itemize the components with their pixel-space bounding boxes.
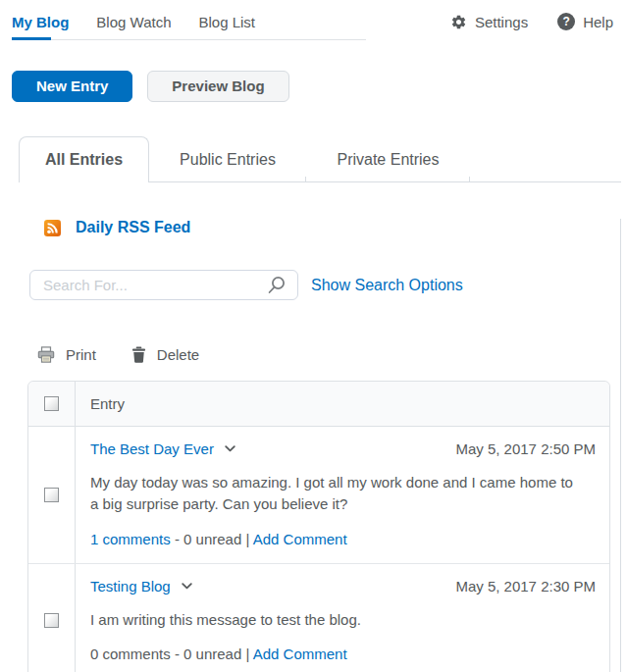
entry-checkbox[interactable]	[44, 488, 59, 502]
entry-cell: Testing Blog May 5, 2017 2:30 PM I am wr…	[76, 564, 609, 672]
entry-title-link[interactable]: Testing Blog	[90, 578, 171, 594]
chevron-down-icon[interactable]	[182, 583, 192, 590]
header-checkbox-cell	[28, 382, 76, 426]
new-entry-button[interactable]: New Entry	[12, 71, 132, 102]
unread-count: 0 unread	[183, 646, 241, 662]
nav-item-blog-watch[interactable]: Blog Watch	[96, 14, 171, 30]
rss-feed-row: Daily RSS Feed	[44, 219, 620, 236]
add-comment-link[interactable]: Add Comment	[253, 531, 347, 547]
trash-icon	[131, 346, 146, 363]
entry-header-label: Entry	[90, 395, 125, 412]
comments-count: 0 comments	[90, 646, 171, 662]
row-checkbox-cell	[28, 564, 76, 672]
search-input[interactable]	[29, 270, 298, 300]
magnifier-icon	[267, 276, 287, 295]
tab-private-entries[interactable]: Private Entries	[306, 136, 470, 182]
select-all-checkbox[interactable]	[44, 396, 59, 411]
entry-date: May 5, 2017 2:30 PM	[455, 578, 596, 594]
question-icon: ?	[557, 13, 575, 30]
meta-separator: -	[175, 646, 180, 662]
entry-cell: The Best Day Ever May 5, 2017 2:50 PM My…	[76, 427, 609, 563]
search-submit-button[interactable]	[265, 275, 288, 296]
row-checkbox-cell	[28, 427, 76, 563]
settings-label: Settings	[475, 14, 528, 30]
entry-body-text: My day today was so amazing. I got all m…	[90, 472, 583, 515]
gear-icon	[450, 14, 467, 30]
settings-button[interactable]: Settings	[450, 14, 528, 30]
nav-utilities: Settings ? Help	[450, 13, 613, 30]
top-navigation: My Blog Blog Watch Blog List Settings ? …	[0, 0, 627, 30]
meta-separator: |	[245, 646, 249, 662]
entries-table: Entry The Best Day Ever May 5, 2017 2:50…	[27, 381, 610, 672]
table-header-row: Entry	[28, 382, 609, 427]
rss-icon[interactable]	[44, 220, 61, 236]
entry-meta: 1 comments - 0 unread | Add Comment	[90, 531, 596, 547]
all-entries-panel: Daily RSS Feed Show Search Options	[0, 219, 621, 672]
entry-body-text: I am writing this message to test the bl…	[90, 609, 583, 631]
print-label: Print	[66, 346, 96, 363]
printer-icon	[37, 346, 55, 363]
entries-tabstrip: All Entries Public Entries Private Entri…	[0, 136, 621, 182]
search-box	[29, 270, 298, 300]
show-search-options-link[interactable]: Show Search Options	[311, 277, 463, 294]
help-label: Help	[583, 14, 613, 30]
entry-title-link[interactable]: The Best Day Ever	[90, 440, 214, 457]
action-buttons: New Entry Preview Blog	[12, 71, 627, 102]
entry-date: May 5, 2017 2:50 PM	[455, 440, 596, 457]
search-row: Show Search Options	[29, 270, 620, 300]
chevron-down-icon[interactable]	[225, 445, 235, 452]
entries-toolbar: Print Delete	[37, 346, 620, 363]
entry-column-header: Entry	[76, 382, 609, 426]
nav-divider	[12, 39, 366, 40]
nav-active-indicator	[12, 37, 51, 40]
daily-rss-feed-link[interactable]: Daily RSS Feed	[76, 219, 190, 236]
comments-count-link[interactable]: 1 comments	[90, 531, 171, 547]
entry-meta: 0 comments - 0 unread | Add Comment	[90, 646, 596, 662]
meta-separator: -	[175, 531, 180, 547]
nav-item-my-blog[interactable]: My Blog	[12, 14, 69, 30]
preview-blog-button[interactable]: Preview Blog	[147, 71, 288, 102]
delete-label: Delete	[157, 346, 199, 363]
nav-item-blog-list[interactable]: Blog List	[199, 14, 256, 30]
tab-all-entries[interactable]: All Entries	[19, 136, 149, 182]
add-comment-link[interactable]: Add Comment	[253, 646, 347, 662]
table-row: The Best Day Ever May 5, 2017 2:50 PM My…	[28, 427, 609, 564]
meta-separator: |	[245, 531, 249, 547]
unread-count: 0 unread	[183, 531, 241, 547]
tab-public-entries[interactable]: Public Entries	[149, 136, 306, 182]
delete-button[interactable]: Delete	[131, 346, 199, 363]
table-row: Testing Blog May 5, 2017 2:30 PM I am wr…	[28, 564, 609, 672]
print-button[interactable]: Print	[37, 346, 96, 363]
help-button[interactable]: ? Help	[557, 13, 613, 30]
entry-checkbox[interactable]	[44, 613, 59, 628]
